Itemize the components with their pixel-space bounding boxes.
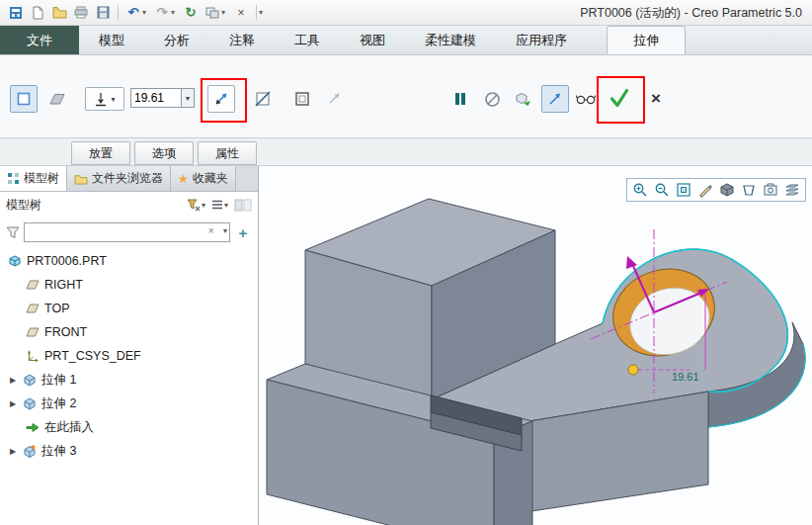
cancel-button[interactable]: × [642,85,670,113]
close-window-button[interactable]: × [231,3,251,23]
tree-item-front[interactable]: FRONT [0,320,258,344]
model-view[interactable]: 19.61 [259,166,812,525]
refit-button[interactable] [674,180,693,200]
tree-item-csys[interactable]: PRT_CSYS_DEF [0,344,258,368]
zoom-in-button[interactable] [630,180,650,200]
tree-item-prt0006[interactable]: PRT0006.PRT [0,249,258,273]
print-button[interactable] [71,3,91,23]
navigator-panel: 模型树 文件夹浏览器 ★ 收藏夹 模型树 ▾ ▾ [0,166,259,525]
tree-item-label: 在此插入 [44,419,94,436]
tree-settings-button[interactable]: ▾ [187,198,205,212]
tab-model[interactable]: 模型 [79,26,144,54]
undo-button[interactable]: ↶ [123,3,143,23]
app-icon[interactable] [6,3,26,23]
title-bar: ↶ ▾ ↷ ▾ ↻ ▾ × ▾ PRT0006 (活动的) - Creo Par… [0,0,812,26]
tree-columns-button[interactable]: ▾ [211,199,228,211]
sketch-reference-dot[interactable] [628,365,638,375]
tab-placement[interactable]: 放置 [71,141,130,165]
expander-icon[interactable]: ▶ [8,399,18,408]
customize-toolbar-dropdown[interactable]: ▾ [259,8,267,17]
graphics-area[interactable]: 19.61 [259,166,812,525]
tree-display-options[interactable] [234,199,252,212]
tree-item-label: PRT_CSYS_DEF [44,349,141,363]
flip-direction-button[interactable] [207,85,235,113]
regenerate-button[interactable]: ↻ [181,3,201,23]
redo-dropdown[interactable]: ▾ [171,8,179,17]
new-file-button[interactable] [28,3,47,23]
surface-button[interactable] [43,85,71,113]
filter-box: × ▾ [24,222,230,242]
ok-button[interactable] [604,82,635,114]
thicken-sketch-button[interactable] [288,85,316,113]
window-title: PRT0006 (活动的) - Creo Parametric 5.0 [580,0,802,26]
tab-properties[interactable]: 属性 [198,141,257,165]
filter-dropdown-icon[interactable]: ▾ [223,226,227,235]
tab-model-tree[interactable]: 模型树 [0,166,67,191]
zoom-in-icon [632,182,648,198]
repaint-button[interactable] [695,180,715,200]
tree-item-extrude-2[interactable]: ▶ 拉伸 2 [0,392,258,415]
show-hide-icon [234,199,252,212]
tab-options[interactable]: 选项 [134,141,194,165]
windows-button[interactable] [203,3,222,23]
save-button[interactable] [93,3,113,23]
datum-plane-icon [26,302,40,315]
zoom-out-icon [654,182,670,198]
windows-dropdown[interactable]: ▾ [221,8,229,17]
expander-icon[interactable]: ▶ [8,447,18,456]
depth-value-dropdown[interactable]: ▾ [181,88,195,108]
flip-material-side-icon [325,90,343,108]
dropdown-icon: ▾ [202,201,205,210]
glasses-icon [576,94,596,105]
tab-annotate[interactable]: 注释 [209,26,275,54]
depth-type-button[interactable]: ▾ [85,87,124,111]
open-folder-button[interactable] [49,3,69,23]
perspective-button[interactable] [739,180,759,200]
feature-preview-button[interactable] [510,85,537,113]
tree-item-top[interactable]: TOP [0,297,258,320]
tab-folder-browser[interactable]: 文件夹浏览器 [67,166,171,191]
extrude-icon [23,396,37,410]
undo-dropdown[interactable]: ▾ [142,8,150,17]
refit-icon [676,182,691,198]
tab-analysis[interactable]: 分析 [144,26,209,54]
no-preview-button[interactable] [478,85,506,113]
verify-button[interactable] [573,87,599,111]
extrude-icon [23,373,37,387]
flip-material-side-button[interactable] [320,85,348,113]
tree-item-extrude-3[interactable]: ▶ 拉伸 3 [0,439,258,463]
tab-file[interactable]: 文件 [0,26,79,54]
tab-tools[interactable]: 工具 [275,26,340,54]
tree-item-right[interactable]: RIGHT [0,273,258,297]
tab-favorites[interactable]: ★ 收藏夹 [171,166,236,191]
repaint-icon [697,182,713,198]
tab-view[interactable]: 视图 [340,26,405,54]
toolbar-separator [256,5,257,21]
display-style-button[interactable] [717,180,737,200]
tree-filter-input[interactable] [24,222,230,242]
depth-drag-arrowhead[interactable] [626,256,637,269]
tab-label: 模型树 [24,170,59,187]
view-manager-button[interactable] [782,180,802,200]
ribbon-tab-strip: 文件 模型 分析 注释 工具 视图 柔性建模 应用程序 拉伸 [0,26,812,55]
expander-icon[interactable]: ▶ [8,376,18,385]
remove-material-button[interactable] [249,85,277,113]
tab-flexible-modeling[interactable]: 柔性建模 [405,26,496,54]
extrude-dashboard: ▾ ▾ [0,55,812,138]
tab-applications[interactable]: 应用程序 [496,26,587,54]
depth-value-input[interactable] [130,88,182,108]
zoom-out-button[interactable] [652,180,672,200]
expand-tree-button[interactable]: + [234,223,252,241]
csys-icon [26,349,40,363]
solid-button[interactable] [10,85,38,113]
redo-button[interactable]: ↷ [152,3,172,23]
tree-item-insert-here[interactable]: 在此插入 [0,415,258,439]
clear-filter-icon[interactable]: × [208,224,214,236]
pause-button[interactable] [447,85,474,113]
depth-dimension-label[interactable]: 19.61 [672,371,699,383]
tree-item-extrude-1[interactable]: ▶ 拉伸 1 [0,368,258,392]
filter-funnel-icon[interactable] [6,225,20,239]
dynamic-preview-toggle[interactable] [541,85,569,113]
tab-extrude[interactable]: 拉伸 [607,26,686,54]
saved-views-button[interactable] [761,180,780,200]
